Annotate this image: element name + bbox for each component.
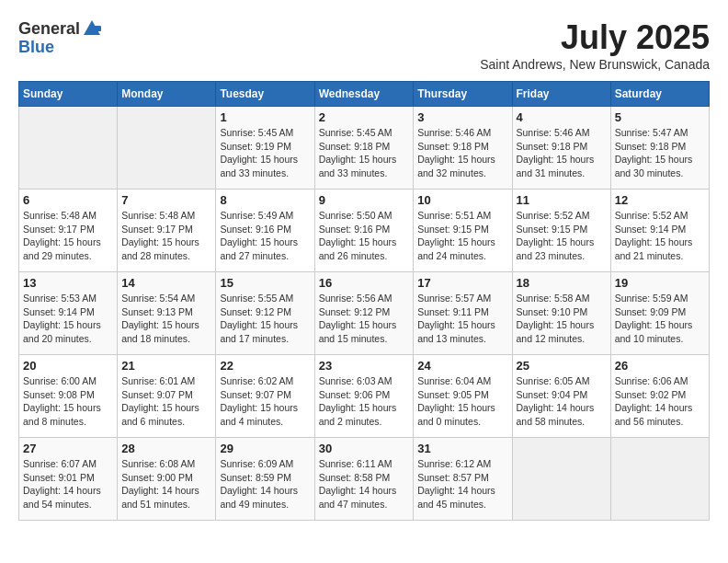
calendar-day-cell: 30Sunrise: 6:11 AM Sunset: 8:58 PM Dayli…: [314, 438, 414, 521]
day-number: 10: [417, 193, 507, 207]
calendar-week-row: 20Sunrise: 6:00 AM Sunset: 9:08 PM Dayli…: [19, 355, 710, 438]
day-number: 16: [319, 276, 410, 290]
day-of-week-header: Tuesday: [216, 82, 314, 107]
day-number: 15: [220, 276, 310, 290]
day-of-week-header: Thursday: [414, 82, 512, 107]
day-info: Sunrise: 5:46 AM Sunset: 9:18 PM Dayligh…: [517, 126, 607, 180]
calendar-day-cell: 6Sunrise: 5:48 AM Sunset: 9:17 PM Daylig…: [19, 190, 118, 272]
day-info: Sunrise: 5:46 AM Sunset: 9:18 PM Dayligh…: [417, 126, 507, 180]
day-of-week-header: Monday: [118, 82, 216, 107]
logo-icon: [82, 18, 102, 39]
day-number: 19: [615, 276, 705, 290]
calendar-table: SundayMondayTuesdayWednesdayThursdayFrid…: [18, 81, 710, 521]
day-info: Sunrise: 6:09 AM Sunset: 8:59 PM Dayligh…: [220, 457, 310, 511]
calendar-day-cell: 7Sunrise: 5:48 AM Sunset: 9:17 PM Daylig…: [118, 190, 216, 272]
calendar-day-cell: 12Sunrise: 5:52 AM Sunset: 9:14 PM Dayli…: [610, 190, 709, 272]
day-number: 27: [23, 442, 113, 455]
calendar-day-cell: 14Sunrise: 5:54 AM Sunset: 9:13 PM Dayli…: [118, 272, 216, 355]
day-number: 6: [23, 193, 113, 207]
day-number: 25: [517, 359, 607, 373]
calendar-day-cell: 22Sunrise: 6:02 AM Sunset: 9:07 PM Dayli…: [216, 355, 314, 438]
day-number: 28: [121, 442, 211, 455]
day-number: 1: [220, 110, 310, 124]
day-info: Sunrise: 5:47 AM Sunset: 9:18 PM Dayligh…: [615, 126, 705, 180]
calendar-day-cell: 1Sunrise: 5:45 AM Sunset: 9:19 PM Daylig…: [216, 107, 314, 190]
day-number: 2: [319, 110, 410, 124]
calendar-header-row: SundayMondayTuesdayWednesdayThursdayFrid…: [19, 82, 710, 107]
calendar-day-cell: [610, 438, 709, 521]
day-info: Sunrise: 5:45 AM Sunset: 9:19 PM Dayligh…: [220, 126, 310, 180]
day-number: 29: [220, 442, 310, 455]
day-number: 7: [121, 193, 211, 207]
calendar-day-cell: 2Sunrise: 5:45 AM Sunset: 9:18 PM Daylig…: [314, 107, 414, 190]
day-info: Sunrise: 5:57 AM Sunset: 9:11 PM Dayligh…: [417, 292, 507, 346]
calendar-day-cell: 9Sunrise: 5:50 AM Sunset: 9:16 PM Daylig…: [314, 190, 414, 272]
calendar-week-row: 1Sunrise: 5:45 AM Sunset: 9:19 PM Daylig…: [19, 107, 710, 190]
day-info: Sunrise: 6:01 AM Sunset: 9:07 PM Dayligh…: [121, 374, 211, 429]
day-number: 3: [417, 110, 507, 124]
day-info: Sunrise: 5:52 AM Sunset: 9:14 PM Dayligh…: [615, 209, 705, 263]
calendar-day-cell: 27Sunrise: 6:07 AM Sunset: 9:01 PM Dayli…: [19, 438, 118, 521]
calendar-day-cell: 31Sunrise: 6:12 AM Sunset: 8:57 PM Dayli…: [414, 438, 512, 521]
day-info: Sunrise: 5:48 AM Sunset: 9:17 PM Dayligh…: [121, 209, 211, 263]
day-of-week-header: Saturday: [610, 82, 709, 107]
calendar-day-cell: 24Sunrise: 6:04 AM Sunset: 9:05 PM Dayli…: [414, 355, 512, 438]
day-info: Sunrise: 5:56 AM Sunset: 9:12 PM Dayligh…: [319, 292, 410, 346]
day-info: Sunrise: 5:53 AM Sunset: 9:14 PM Dayligh…: [23, 292, 113, 346]
calendar-day-cell: 17Sunrise: 5:57 AM Sunset: 9:11 PM Dayli…: [414, 272, 512, 355]
day-of-week-header: Friday: [512, 82, 610, 107]
day-number: 9: [319, 193, 410, 207]
calendar-day-cell: 23Sunrise: 6:03 AM Sunset: 9:06 PM Dayli…: [314, 355, 414, 438]
day-info: Sunrise: 6:04 AM Sunset: 9:05 PM Dayligh…: [417, 374, 507, 429]
day-number: 13: [23, 276, 113, 290]
logo-blue: Blue: [18, 39, 54, 55]
header: General Blue July 2025 Saint Andrews, Ne…: [18, 18, 710, 72]
calendar-day-cell: 29Sunrise: 6:09 AM Sunset: 8:59 PM Dayli…: [216, 438, 314, 521]
logo: General Blue: [18, 18, 102, 55]
day-info: Sunrise: 6:06 AM Sunset: 9:02 PM Dayligh…: [615, 374, 705, 429]
calendar-day-cell: 25Sunrise: 6:05 AM Sunset: 9:04 PM Dayli…: [512, 355, 610, 438]
day-of-week-header: Sunday: [19, 82, 118, 107]
day-number: 22: [220, 359, 310, 373]
day-info: Sunrise: 5:45 AM Sunset: 9:18 PM Dayligh…: [319, 126, 410, 180]
calendar-day-cell: [512, 438, 610, 521]
calendar-day-cell: [19, 107, 118, 190]
day-info: Sunrise: 6:03 AM Sunset: 9:06 PM Dayligh…: [319, 374, 410, 429]
calendar-week-row: 13Sunrise: 5:53 AM Sunset: 9:14 PM Dayli…: [19, 272, 710, 355]
day-number: 8: [220, 193, 310, 207]
day-info: Sunrise: 6:08 AM Sunset: 9:00 PM Dayligh…: [121, 457, 211, 511]
day-info: Sunrise: 6:05 AM Sunset: 9:04 PM Dayligh…: [517, 374, 607, 429]
calendar-day-cell: 11Sunrise: 5:52 AM Sunset: 9:15 PM Dayli…: [512, 190, 610, 272]
day-info: Sunrise: 6:11 AM Sunset: 8:58 PM Dayligh…: [319, 457, 410, 511]
day-info: Sunrise: 5:59 AM Sunset: 9:09 PM Dayligh…: [615, 292, 705, 346]
day-number: 20: [23, 359, 113, 373]
calendar-week-row: 6Sunrise: 5:48 AM Sunset: 9:17 PM Daylig…: [19, 190, 710, 272]
day-info: Sunrise: 5:54 AM Sunset: 9:13 PM Dayligh…: [121, 292, 211, 346]
calendar-day-cell: 28Sunrise: 6:08 AM Sunset: 9:00 PM Dayli…: [118, 438, 216, 521]
day-number: 12: [615, 193, 705, 207]
day-info: Sunrise: 6:00 AM Sunset: 9:08 PM Dayligh…: [23, 374, 113, 429]
day-number: 24: [417, 359, 507, 373]
calendar-day-cell: 21Sunrise: 6:01 AM Sunset: 9:07 PM Dayli…: [118, 355, 216, 438]
calendar-day-cell: 20Sunrise: 6:00 AM Sunset: 9:08 PM Dayli…: [19, 355, 118, 438]
svg-rect-1: [94, 26, 101, 31]
day-info: Sunrise: 5:49 AM Sunset: 9:16 PM Dayligh…: [220, 209, 310, 263]
logo-general: General: [18, 20, 80, 37]
main-title: July 2025: [480, 18, 710, 57]
day-info: Sunrise: 6:12 AM Sunset: 8:57 PM Dayligh…: [417, 457, 507, 511]
day-info: Sunrise: 5:58 AM Sunset: 9:10 PM Dayligh…: [517, 292, 607, 346]
day-number: 18: [517, 276, 607, 290]
day-number: 17: [417, 276, 507, 290]
calendar-day-cell: 10Sunrise: 5:51 AM Sunset: 9:15 PM Dayli…: [414, 190, 512, 272]
day-number: 26: [615, 359, 705, 373]
calendar-day-cell: 15Sunrise: 5:55 AM Sunset: 9:12 PM Dayli…: [216, 272, 314, 355]
day-number: 14: [121, 276, 211, 290]
day-info: Sunrise: 5:50 AM Sunset: 9:16 PM Dayligh…: [319, 209, 410, 263]
day-info: Sunrise: 5:51 AM Sunset: 9:15 PM Dayligh…: [417, 209, 507, 263]
day-info: Sunrise: 5:52 AM Sunset: 9:15 PM Dayligh…: [517, 209, 607, 263]
day-number: 11: [517, 193, 607, 207]
day-number: 31: [417, 442, 507, 455]
calendar-day-cell: 26Sunrise: 6:06 AM Sunset: 9:02 PM Dayli…: [610, 355, 709, 438]
day-number: 4: [517, 110, 607, 124]
day-number: 23: [319, 359, 410, 373]
